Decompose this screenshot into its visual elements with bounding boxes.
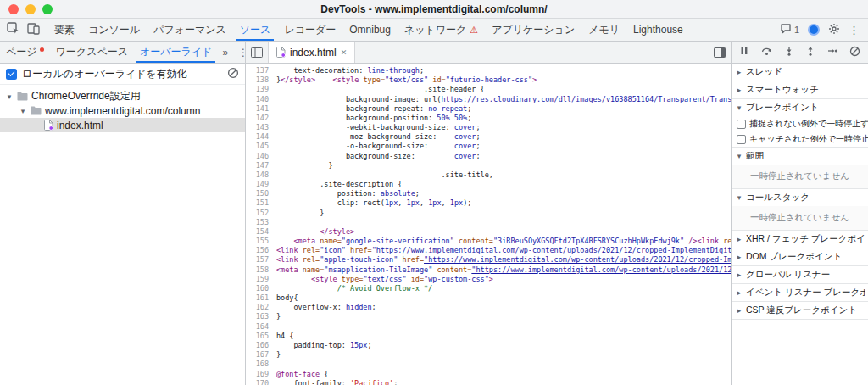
toggle-sidebar-icon[interactable]: [709, 42, 731, 63]
exception-option-row[interactable]: 捕捉されない例外で一時停止する: [732, 116, 868, 131]
code-line[interactable]: 155 <meta name="google-site-verification…: [246, 237, 731, 246]
line-number[interactable]: 164: [246, 322, 276, 332]
line-number[interactable]: 170: [246, 379, 276, 385]
line-number[interactable]: 161: [246, 293, 276, 303]
line-number[interactable]: 163: [246, 312, 276, 321]
line-number[interactable]: 169: [246, 370, 276, 379]
code-line[interactable]: 156<link rel="icon" href="https://www.im…: [246, 246, 731, 255]
line-number[interactable]: 148: [246, 170, 276, 180]
line-number[interactable]: 145: [246, 142, 276, 151]
section-header-threads[interactable]: ▸スレッド: [732, 64, 868, 81]
line-number[interactable]: 168: [246, 360, 276, 369]
checkbox-unchecked[interactable]: [737, 120, 746, 129]
tree-item-folder[interactable]: ▾ChromeOverrride設定用: [0, 89, 245, 103]
exception-option-row[interactable]: キャッチされた例外で一時停止: [732, 131, 868, 147]
line-number[interactable]: 147: [246, 161, 276, 170]
line-number[interactable]: 155: [246, 237, 276, 246]
chevron-down-icon[interactable]: ▾: [5, 92, 14, 101]
account-icon[interactable]: [808, 24, 820, 36]
code-line[interactable]: 137 text-decoration: line-through;: [246, 66, 731, 75]
tab-omnibug[interactable]: Omnibug: [342, 19, 398, 41]
step-into-icon[interactable]: [784, 46, 794, 59]
navigator-tab-workspace[interactable]: ワークスペース: [50, 42, 134, 63]
code-line[interactable]: 152 }: [246, 209, 731, 218]
section-header-event-listener-breakpoints[interactable]: ▸イベント リスナー ブレークポイント: [732, 284, 868, 301]
tab-elements[interactable]: 要素: [47, 19, 81, 41]
line-number[interactable]: 157: [246, 255, 276, 265]
code-line[interactable]: 150 position: absolute;: [246, 189, 731, 198]
code-line[interactable]: 140 background-image: url(https://res.cl…: [246, 95, 731, 104]
line-number[interactable]: 143: [246, 123, 276, 132]
code-line[interactable]: 139 .site-header {: [246, 85, 731, 94]
code-line[interactable]: 146 background-size: cover;: [246, 152, 731, 161]
navigator-panel-icon[interactable]: [246, 42, 268, 63]
tab-console[interactable]: コンソール: [81, 19, 147, 41]
line-number[interactable]: 153: [246, 218, 276, 227]
code-line[interactable]: 142 background-position: 50% 50%;: [246, 114, 731, 123]
code-line[interactable]: 170 font-family: 'Pacifico';: [246, 379, 731, 385]
line-number[interactable]: 137: [246, 66, 276, 75]
code-line[interactable]: 157<link rel="apple-touch-icon" href="ht…: [246, 255, 731, 265]
line-number[interactable]: 142: [246, 114, 276, 123]
clear-configuration-icon[interactable]: [227, 67, 239, 81]
line-number[interactable]: 156: [246, 246, 276, 255]
code-line[interactable]: 144 -moz-background-size: cover;: [246, 132, 731, 142]
code-line[interactable]: 147 }: [246, 161, 731, 170]
chevron-down-icon[interactable]: ▾: [19, 107, 27, 115]
code-line[interactable]: 143 -webkit-background-size: cover;: [246, 123, 731, 132]
tab-network[interactable]: ネットワーク⚠: [398, 19, 485, 41]
line-number[interactable]: 167: [246, 350, 276, 360]
code-line[interactable]: 148 .site-title,: [246, 170, 731, 180]
pause-icon[interactable]: [739, 46, 749, 59]
line-number[interactable]: 139: [246, 85, 276, 94]
minimize-window-button[interactable]: [25, 4, 36, 14]
code-line[interactable]: 165h4 {: [246, 332, 731, 341]
section-header-csp-violation-breakpoints[interactable]: ▸CSP 違反ブレークポイント: [732, 302, 868, 319]
line-number[interactable]: 141: [246, 104, 276, 114]
line-number[interactable]: 138: [246, 75, 276, 85]
line-number[interactable]: 154: [246, 227, 276, 237]
settings-gear-icon[interactable]: [828, 23, 840, 37]
line-number[interactable]: 165: [246, 332, 276, 341]
line-number[interactable]: 149: [246, 180, 276, 189]
section-header-scope[interactable]: ▾範囲: [732, 148, 868, 165]
line-number[interactable]: 151: [246, 198, 276, 208]
line-number[interactable]: 140: [246, 95, 276, 104]
line-number[interactable]: 160: [246, 284, 276, 293]
code-line[interactable]: 164: [246, 322, 731, 332]
line-number[interactable]: 159: [246, 275, 276, 284]
code-line[interactable]: 154 </style>: [246, 227, 731, 237]
code-line[interactable]: 160 /* Avoid Overflow-x */: [246, 284, 731, 293]
code-line[interactable]: 161body{: [246, 293, 731, 303]
tree-item-folder[interactable]: ▾www.implementdigital.com/column: [0, 103, 245, 118]
step-over-icon[interactable]: [761, 46, 772, 59]
section-header-watch[interactable]: ▸スマートウォッチ: [732, 81, 868, 98]
more-tabs-icon[interactable]: »: [218, 42, 232, 63]
line-number[interactable]: 150: [246, 189, 276, 198]
traffic-lights[interactable]: [8, 4, 53, 14]
step-out-icon[interactable]: [805, 46, 815, 59]
code-line[interactable]: 153: [246, 218, 731, 227]
code-line[interactable]: 149 .site-description {: [246, 180, 731, 189]
section-header-xhr-breakpoints[interactable]: ▸XHR / フェッチ ブレークポイント: [732, 231, 868, 248]
navigator-tab-page[interactable]: ページ: [0, 42, 50, 63]
code-area[interactable]: 137 text-decoration: line-through;138}</…: [246, 66, 731, 385]
section-header-global-listeners[interactable]: ▸グローバル リスナー: [732, 266, 868, 283]
tab-application[interactable]: アプリケーション: [485, 19, 581, 41]
code-editor[interactable]: 137 text-decoration: line-through;138}</…: [246, 64, 731, 385]
code-line[interactable]: 162 overflow-x: hidden;: [246, 303, 731, 312]
step-icon[interactable]: [827, 46, 837, 59]
enable-overrides-checkbox[interactable]: [6, 69, 17, 80]
checkbox-unchecked[interactable]: [737, 135, 746, 144]
more-options-icon[interactable]: ⋮: [849, 24, 860, 36]
code-line[interactable]: 151 clip: rect(1px, 1px, 1px, 1px);: [246, 198, 731, 208]
code-line[interactable]: 141 background-repeat: no-repeat;: [246, 104, 731, 114]
close-tab-icon[interactable]: ✕: [341, 48, 348, 57]
code-line[interactable]: 168: [246, 360, 731, 369]
section-header-breakpoints[interactable]: ▾ブレークポイント: [732, 99, 868, 116]
line-number[interactable]: 162: [246, 303, 276, 312]
line-number[interactable]: 152: [246, 209, 276, 218]
line-number[interactable]: 158: [246, 265, 276, 275]
tab-lighthouse[interactable]: Lighthouse: [626, 19, 690, 41]
code-line[interactable]: 158<meta name="msapplication-TileImage" …: [246, 265, 731, 275]
